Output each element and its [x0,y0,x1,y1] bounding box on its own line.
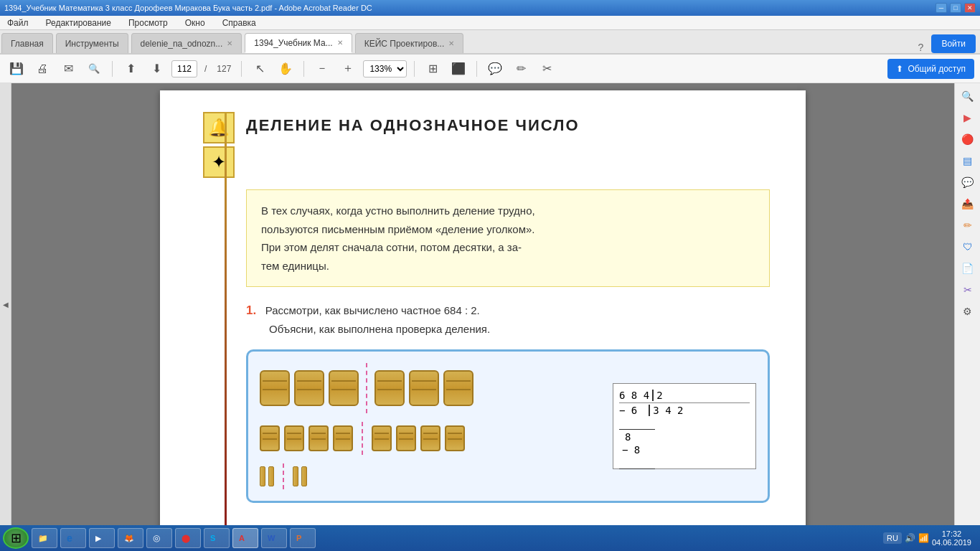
divider-line-mid [362,422,363,455]
prev-page-button[interactable]: ⬆ [120,59,141,79]
maximize-button[interactable]: □ [950,3,961,13]
barrel-6 [443,370,473,406]
login-button[interactable]: Войти [931,34,976,53]
sidebar-comment-icon[interactable]: 💬 [958,172,978,192]
zoom-out-button[interactable]: － [311,59,333,79]
menu-edit[interactable]: Редактирование [43,17,114,29]
tab-delenie[interactable]: delenie_na_odnozn... ✕ [131,33,242,53]
select-tool-button[interactable]: ↖ [249,59,270,79]
taskbar-powerpoint[interactable]: P [290,528,316,548]
barrel-2 [294,370,324,406]
taskbar-sound-icon[interactable]: 🔊 [905,533,915,543]
menu-file[interactable]: Файл [4,17,32,29]
sidebar-pdf-icon[interactable]: 📄 [958,258,978,278]
page-input[interactable] [171,60,197,77]
start-button[interactable]: ⊞ [3,527,29,549]
menu-bar: Файл Редактирование Просмотр Окно Справк… [0,16,980,30]
minimize-button[interactable]: ─ [936,3,947,13]
tab-uchebnik[interactable]: 1394_Учебник Ма... ✕ [245,33,352,53]
save-button[interactable]: 💾 [6,59,27,79]
left-nav-panel[interactable]: ◀ [0,83,11,525]
pdf-viewer[interactable]: 🔔 ✦ ДЕЛЕНИЕ НА ОДНОЗНАЧНОЕ ЧИСЛО В тех с… [11,83,954,525]
skype-icon: S [210,534,215,542]
export-button[interactable]: ⬛ [448,59,469,79]
small-barrels-row [260,422,598,455]
taskbar-ie[interactable]: e [60,528,86,548]
taskbar-fox[interactable]: 🦊 [118,528,143,548]
red-icon: ⬤ [182,534,190,543]
next-page-button[interactable]: ⬇ [146,59,167,79]
toolbar: 💾 🖨 ✉ 🔍 ⬆ ⬇ / 127 ↖ ✋ － ＋ 50%75%100% 125… [0,55,980,83]
pen-button[interactable]: ✏ [510,59,532,79]
small-barrel-7 [420,425,440,451]
email-button[interactable]: ✉ [57,59,79,79]
calc-divider-symbol: 2 [652,390,662,401]
fit-button[interactable]: ⊞ [422,59,443,79]
toolbar-sep-1 [112,61,113,77]
taskbar-explorer[interactable]: 📁 [32,528,57,548]
sidebar-zoom-icon[interactable]: 🔍 [958,86,978,106]
tab-close-keys[interactable]: ✕ [448,39,454,47]
barrel-3 [329,370,359,406]
zoom-in-button[interactable]: ＋ [337,59,359,79]
window-controls: ─ □ ✕ [936,3,976,13]
task-1-line1: Рассмотри, как вычислено частное 684 : 2… [265,304,480,316]
info-box: В тех случаях, когда устно выполнить дел… [246,189,770,287]
hand-tool-button[interactable]: ✋ [275,59,296,79]
taskbar-media[interactable]: ▶ [89,528,115,548]
small-barrel-4 [333,425,353,451]
print-button[interactable]: 🖨 [32,59,53,79]
calc-row2: 8 [619,431,750,443]
sidebar-red1-icon[interactable]: ▶ [958,108,978,128]
sidebar-layout-icon[interactable]: ▤ [958,151,978,171]
close-button[interactable]: ✕ [964,3,976,13]
tab-keys[interactable]: КЕЙС Проектиров... ✕ [355,33,464,53]
taskbar-chrome[interactable]: ◎ [146,528,172,548]
share-button[interactable]: ⬆ Общий доступ [887,59,974,79]
right-sidebar: 🔍 ▶ 🔴 ▤ 💬 📤 ✏ 🛡 📄 ✂ ⚙ [954,83,980,525]
clock-date: 04.06.2019 [932,538,971,547]
menu-window[interactable]: Окно [182,17,208,29]
taskbar-network-icon[interactable]: 📶 [918,533,929,543]
stick-2 [268,466,274,486]
calc-line1 [619,418,655,430]
menu-view[interactable]: Просмотр [126,17,171,29]
star-icon: ✦ [203,146,235,178]
barrel-5 [409,370,439,406]
sidebar-pencil-icon[interactable]: ✏ [958,215,978,235]
title-bar: 1394_Учебник Математика 3 класс Дорофеев… [0,0,980,16]
toolbar-sep-5 [476,61,477,77]
sidebar-settings-icon[interactable]: ⚙ [958,301,978,321]
tab-tools[interactable]: Инструменты [56,33,128,53]
sidebar-scissors-icon[interactable]: ✂ [958,280,978,300]
tab-home[interactable]: Главная [1,33,53,53]
small-barrel-1 [260,425,280,451]
calc-line2 [619,457,655,469]
ie-icon: e [67,532,72,544]
sidebar-red2-icon[interactable]: 🔴 [958,129,978,149]
lang-indicator[interactable]: RU [883,532,902,544]
help-icon[interactable]: ? [910,42,931,53]
page-separator: / [204,64,207,74]
eraser-button[interactable]: ✂ [536,59,557,79]
task-1-number: 1. [246,303,256,318]
toolbar-sep-3 [303,61,304,77]
stick-4 [301,466,307,486]
sidebar-shield-icon[interactable]: 🛡 [958,237,978,257]
taskbar-acrobat[interactable]: A [232,528,258,548]
taskbar-skype[interactable]: S [204,528,230,548]
menu-help[interactable]: Справка [220,17,259,29]
bell-icon: 🔔 [203,112,235,143]
comment-button[interactable]: 💬 [484,59,506,79]
divider-line-bot [283,463,284,489]
taskbar-red[interactable]: ⬤ [175,528,201,548]
sys-time: 17:32 04.06.2019 [932,529,971,547]
tab-close-delenie[interactable]: ✕ [227,39,232,47]
taskbar-word[interactable]: W [261,528,287,548]
small-barrel-3 [308,425,329,451]
zoom-search-button[interactable]: 🔍 [83,59,105,79]
sidebar-export-icon[interactable]: 📤 [958,194,978,214]
tab-close-uchebnik[interactable]: ✕ [337,39,343,47]
zoom-select[interactable]: 50%75%100% 125%133%150%200% [363,60,407,77]
barrel-1 [260,370,290,406]
